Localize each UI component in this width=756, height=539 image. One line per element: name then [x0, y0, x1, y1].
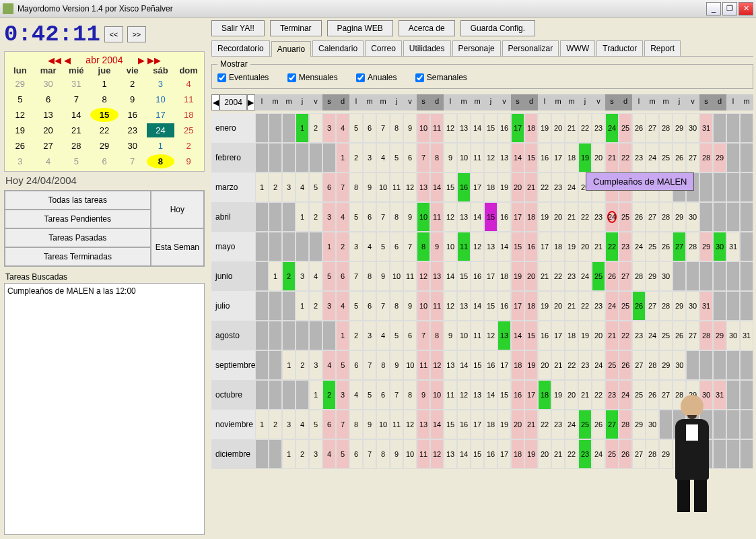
anuario-cell[interactable]: 15: [444, 410, 457, 439]
anuario-cell[interactable]: 28: [646, 350, 659, 380]
anuario-cell[interactable]: 1: [282, 350, 296, 380]
anuario-cell[interactable]: 11: [471, 143, 484, 172]
calendar-day[interactable]: 2: [174, 139, 203, 153]
anuario-cell[interactable]: 26: [605, 261, 619, 291]
anuario-cell[interactable]: 15: [457, 261, 471, 291]
anuario-cell[interactable]: 10: [403, 350, 417, 380]
anuario-grid[interactable]: Cumpleaños de MALEN enero123456789101112…: [211, 113, 753, 537]
anuario-cell[interactable]: 6: [322, 172, 336, 202]
anuario-cell[interactable]: 1: [336, 143, 349, 172]
anuario-cell[interactable]: 22: [619, 143, 632, 172]
anuario-cell[interactable]: 29: [632, 410, 646, 439]
anuario-cell[interactable]: 24: [592, 439, 605, 469]
anuario-cell[interactable]: 25: [632, 380, 646, 410]
anuario-cell[interactable]: 20: [524, 261, 538, 291]
anuario-cell[interactable]: 19: [565, 232, 578, 261]
anuario-cell[interactable]: 19: [551, 380, 565, 410]
anuario-cell[interactable]: 25: [659, 321, 673, 350]
anuario-cell[interactable]: 17: [551, 321, 565, 350]
anuario-cell[interactable]: 27: [605, 410, 619, 439]
anuario-cell[interactable]: 13: [457, 202, 471, 232]
anuario-cell[interactable]: [699, 261, 713, 291]
anuario-cell[interactable]: [740, 113, 753, 143]
anuario-cell[interactable]: 5: [349, 113, 363, 143]
anuario-cell[interactable]: 27: [686, 143, 699, 172]
anuario-cell[interactable]: 28: [632, 261, 646, 291]
anuario-cell[interactable]: 16: [511, 380, 524, 410]
anuario-cell[interactable]: 7: [336, 172, 349, 202]
anuario-cell[interactable]: 9: [403, 202, 417, 232]
anuario-cell[interactable]: [740, 143, 753, 172]
tab-www[interactable]: WWW: [560, 40, 595, 56]
anuario-cell[interactable]: 15: [524, 321, 538, 350]
anuario-cell[interactable]: [309, 321, 322, 350]
anuario-cell[interactable]: [255, 439, 269, 469]
anuario-cell[interactable]: 3: [309, 350, 322, 380]
anuario-cell[interactable]: 14: [444, 261, 457, 291]
anuario-cell[interactable]: 11: [390, 172, 403, 202]
anuario-cell[interactable]: 10: [457, 321, 471, 350]
anuario-cell[interactable]: 9: [403, 291, 417, 321]
anuario-cell[interactable]: 24: [565, 172, 578, 202]
anuario-cell[interactable]: 25: [605, 439, 619, 469]
anuario-cell[interactable]: 11: [457, 232, 471, 261]
anuario-cell[interactable]: [309, 143, 322, 172]
anuario-cell[interactable]: 10: [430, 380, 444, 410]
anuario-cell[interactable]: 14: [484, 380, 497, 410]
anuario-cell[interactable]: 5: [349, 291, 363, 321]
anuario-cell[interactable]: [282, 232, 296, 261]
eventuales-checkbox[interactable]: Eventuales: [217, 73, 269, 82]
anuario-cell[interactable]: 27: [673, 232, 686, 261]
anuario-cell[interactable]: [282, 291, 296, 321]
anuario-cell[interactable]: 30: [646, 410, 659, 439]
anuario-cell[interactable]: 12: [444, 113, 457, 143]
anuario-cell[interactable]: 16: [471, 261, 484, 291]
anuario-cell[interactable]: 17: [511, 202, 524, 232]
anuario-cell[interactable]: 13: [457, 291, 471, 321]
anuario-cell[interactable]: 25: [619, 291, 632, 321]
anuario-cell[interactable]: [726, 410, 740, 439]
anuario-cell[interactable]: 18: [484, 172, 497, 202]
anuario-cell[interactable]: 14: [471, 291, 484, 321]
calendar-day[interactable]: 1: [90, 77, 118, 91]
anuario-cell[interactable]: 8: [403, 380, 417, 410]
anuario-cell[interactable]: 24: [646, 143, 659, 172]
calendar-day[interactable]: 13: [34, 108, 63, 122]
anuario-cell[interactable]: 18: [524, 202, 538, 232]
calendar-day[interactable]: 22: [90, 123, 118, 137]
anuario-cell[interactable]: [255, 380, 269, 410]
anuario-cell[interactable]: 7: [336, 410, 349, 439]
anuario-cell[interactable]: 1: [282, 439, 296, 469]
calendar-day[interactable]: 21: [62, 123, 90, 137]
anuario-cell[interactable]: 22: [578, 202, 592, 232]
anuario-cell[interactable]: 23: [605, 380, 619, 410]
anuario-cell[interactable]: 20: [551, 113, 565, 143]
anuario-cell[interactable]: 26: [673, 143, 686, 172]
calendar-day[interactable]: 1: [147, 139, 175, 153]
calendar-day[interactable]: 14: [62, 108, 90, 122]
anuario-cell[interactable]: [699, 202, 713, 232]
anuario-cell[interactable]: 10: [390, 261, 403, 291]
anuario-cell[interactable]: 2: [309, 202, 322, 232]
acerca-de-button[interactable]: Acerca de: [399, 20, 455, 36]
anuario-cell[interactable]: 1: [269, 261, 282, 291]
anuario-cell[interactable]: 14: [430, 410, 444, 439]
anuario-cell[interactable]: 29: [659, 350, 673, 380]
anuario-cell[interactable]: 2: [296, 350, 309, 380]
anuario-cell[interactable]: 26: [632, 113, 646, 143]
anuario-cell[interactable]: 23: [551, 172, 565, 202]
anuario-cell[interactable]: 22: [592, 380, 605, 410]
anuario-cell[interactable]: 4: [336, 291, 349, 321]
anuario-cell[interactable]: [255, 143, 269, 172]
anuario-cell[interactable]: 6: [363, 291, 376, 321]
anuario-cell[interactable]: 22: [538, 172, 551, 202]
calendar-day[interactable]: 6: [34, 92, 63, 106]
anuario-cell[interactable]: 18: [524, 113, 538, 143]
anuario-cell[interactable]: 13: [444, 439, 457, 469]
semanales-checkbox[interactable]: Semanales: [415, 73, 467, 82]
anuario-cell[interactable]: 3: [336, 380, 349, 410]
anuario-cell[interactable]: 7: [376, 113, 390, 143]
anuario-cell[interactable]: 13: [430, 261, 444, 291]
anuario-cell[interactable]: [269, 291, 282, 321]
calendar-day[interactable]: 29: [90, 139, 118, 153]
